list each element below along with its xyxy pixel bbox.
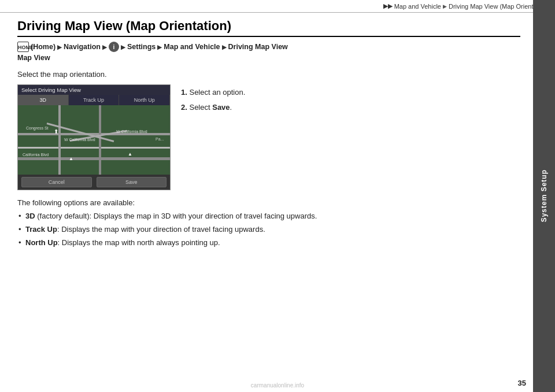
map-marker-2: ▲: [69, 156, 73, 161]
top-breadcrumb-map-vehicle: Map and Vehicle: [394, 3, 441, 10]
content-row: Select Driving Map View 3D Track Up Nort…: [17, 84, 520, 190]
nav-home-text: (Home): [31, 43, 56, 51]
step-1-text: Select an option.: [189, 88, 245, 97]
option-trackup-term: Track Up: [25, 225, 57, 234]
screenshot-map: Congress St W California Blvd W Californ…: [18, 105, 170, 175]
sidebar-label: System Setup: [540, 169, 548, 222]
map-label-california: California Blvd: [23, 153, 49, 157]
nav-arrow-3: ▶: [121, 44, 125, 50]
step-2-num: 2.: [181, 103, 187, 112]
nav-arrow-2: ▶: [102, 44, 107, 50]
nav-info-icon: i: [109, 42, 119, 52]
step-2-bold: Save: [212, 103, 230, 112]
step-2-text: Select: [189, 103, 212, 112]
screenshot-tab-3d[interactable]: 3D: [18, 95, 69, 105]
option-3d-term: 3D: [25, 212, 35, 220]
main-content: Driving Map View (Map Orientation) HOME …: [10, 13, 526, 380]
nav-navigation-label: Navigation: [64, 43, 101, 51]
nav-arrow-5: ▶: [222, 44, 227, 50]
screenshot-mockup: Select Driving Map View 3D Track Up Nort…: [17, 84, 171, 190]
nav-breadcrumb: HOME (Home) ▶ Navigation ▶ i ▶ Settings …: [17, 42, 520, 62]
right-sidebar: System Setup: [533, 0, 555, 392]
screenshot-save-btn[interactable]: Save: [97, 177, 167, 187]
top-breadcrumb-arrows: ▶▶: [383, 2, 393, 10]
watermark: carmanualonline.info: [251, 382, 304, 389]
body-intro-text: Select the map orientation.: [17, 70, 520, 79]
top-breadcrumb: ▶▶ Map and Vehicle ▶ Driving Map View (M…: [383, 2, 549, 10]
nav-map-view-label: Map View: [17, 54, 520, 62]
steps-column: 1. Select an option. 2. Select Save.: [181, 84, 520, 116]
option-3d-text: (factory default): Displays the map in 3…: [35, 212, 317, 220]
screenshot-tab-trackup[interactable]: Track Up: [69, 95, 120, 105]
nav-driving-map-label: Driving Map View: [228, 43, 288, 51]
nav-home-icon-wrap: HOME: [17, 42, 29, 52]
top-breadcrumb-bar: ▶▶ Map and Vehicle ▶ Driving Map View (M…: [0, 0, 555, 13]
options-intro: The following options are available:: [17, 198, 520, 207]
nav-settings-label: Settings: [127, 43, 156, 51]
map-marker-1: ⬆: [54, 128, 58, 135]
option-trackup: Track Up: Displays the map with your dir…: [17, 224, 520, 236]
option-trackup-text: : Displays the map with your direction o…: [57, 225, 265, 234]
map-label-wcalifornia2: W California Blvd: [116, 130, 147, 134]
option-northup: North Up: Displays the map with north al…: [17, 237, 520, 249]
step-1: 1. Select an option.: [181, 87, 520, 98]
option-northup-term: North Up: [25, 238, 58, 247]
screenshot-tabs: 3D Track Up North Up: [18, 95, 170, 105]
screenshot-cancel-btn[interactable]: Cancel: [21, 177, 92, 187]
home-icon: HOME: [17, 42, 29, 52]
map-marker-3: ▲: [128, 151, 132, 157]
step-1-num: 1.: [181, 88, 187, 97]
nav-arrow-1: ▶: [57, 44, 62, 50]
map-marker-4: Pa...: [156, 137, 164, 141]
step-2: 2. Select Save.: [181, 102, 520, 113]
screenshot-tab-northup[interactable]: North Up: [119, 95, 170, 105]
map-label-congress: Congress St: [26, 126, 49, 130]
option-northup-text: : Displays the map with north always poi…: [58, 238, 220, 247]
step-2-suffix: .: [230, 103, 232, 112]
page-title: Driving Map View (Map Orientation): [17, 19, 520, 37]
screenshot-footer: Cancel Save: [18, 175, 170, 190]
option-3d: 3D (factory default): Displays the map i…: [17, 210, 520, 223]
options-list: 3D (factory default): Displays the map i…: [17, 210, 520, 249]
nav-arrow-4: ▶: [157, 44, 162, 50]
nav-map-vehicle-label: Map and Vehicle: [164, 43, 220, 51]
map-label-wcalifornia1: W California Blvd: [64, 138, 95, 142]
screenshot-titlebar: Select Driving Map View: [18, 85, 170, 95]
top-breadcrumb-arrow1: ▶: [443, 3, 447, 9]
